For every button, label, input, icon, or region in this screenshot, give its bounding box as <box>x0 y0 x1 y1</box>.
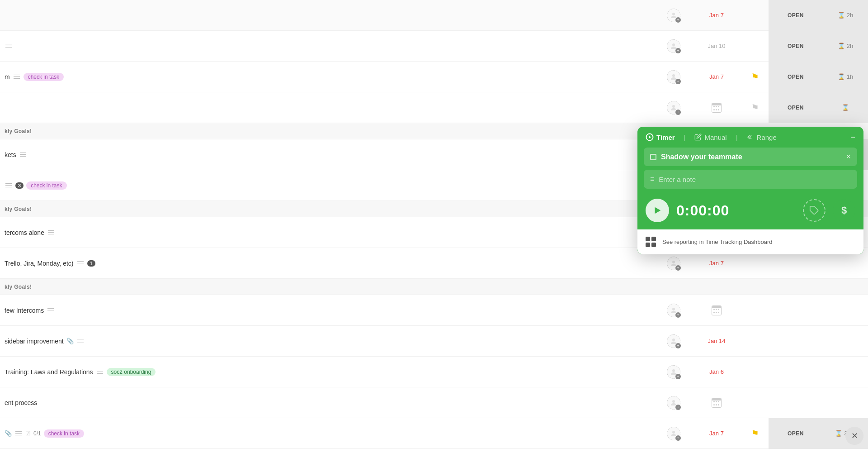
svg-point-12 <box>672 431 675 434</box>
col-date <box>692 398 741 408</box>
tag[interactable]: check in task <box>24 73 64 81</box>
dollar-icon: $ <box>841 205 847 216</box>
section-name: kly Goals! <box>5 206 32 212</box>
col-assignee: + <box>656 396 692 410</box>
time-value: 2h <box>847 12 853 19</box>
table-row: m check in task + Jan 7 ⚑ OPEN ⌛ 1h <box>0 62 868 92</box>
col-date: Jan 14 <box>692 338 741 344</box>
add-assignee-icon[interactable]: + <box>675 265 681 271</box>
col-time: ⌛ <box>823 92 868 123</box>
add-assignee-icon[interactable]: + <box>675 79 681 84</box>
avatar[interactable]: + <box>667 70 680 84</box>
attachment-icon: 📎 <box>66 338 74 344</box>
col-status <box>769 295 823 326</box>
task-checkbox-icon[interactable] <box>650 154 656 160</box>
add-assignee-icon[interactable]: + <box>675 17 681 23</box>
avatar[interactable]: + <box>667 365 680 379</box>
close-task-button[interactable]: × <box>846 152 851 162</box>
col-assignee: + <box>656 427 692 440</box>
avatar[interactable]: + <box>667 9 680 22</box>
tag[interactable]: check in task <box>44 429 84 438</box>
add-assignee-icon[interactable]: + <box>675 435 681 441</box>
col-assignee: + <box>656 9 692 22</box>
minimize-button[interactable]: − <box>850 133 855 141</box>
col-assignee: + <box>656 257 692 270</box>
range-tab-label: Range <box>757 134 777 141</box>
section-name: kly Goals! <box>5 284 32 290</box>
col-date: Jan 7 <box>692 73 741 80</box>
close-x-button[interactable]: ✕ <box>845 427 863 445</box>
hourglass-icon: ⌛ <box>838 43 845 49</box>
col-assignee: + <box>656 304 692 317</box>
timer-tab-range[interactable]: Range <box>747 134 777 141</box>
hamburger-icon[interactable] <box>47 307 55 314</box>
tag-icon <box>809 205 819 215</box>
task-row-content: 📎 ☑ 0/1 check in task <box>5 429 656 438</box>
col-date: Jan 6 <box>692 368 741 375</box>
hourglass-icon: ⌛ <box>842 104 849 111</box>
hamburger-icon[interactable] <box>13 74 21 80</box>
hamburger-icon[interactable] <box>76 338 85 344</box>
add-assignee-icon[interactable]: + <box>675 374 681 379</box>
col-status: OPEN <box>769 0 823 31</box>
add-assignee-icon[interactable]: + <box>675 48 681 53</box>
task-row-content: Trello, Jira, Monday, etc) 1 <box>5 260 656 267</box>
timer-dashboard[interactable]: See reporting in Time Tracking Dashboard <box>637 229 863 254</box>
checkbox-icon[interactable]: ☑ <box>25 430 31 437</box>
add-assignee-icon[interactable]: + <box>675 312 681 318</box>
avatar[interactable]: + <box>667 257 680 270</box>
timer-tab-timer[interactable]: Timer <box>646 133 675 141</box>
timer-tag-button[interactable] <box>803 199 826 222</box>
note-icon: ≡ <box>650 175 654 183</box>
task-cols: + Jan 7 OPEN ⌛ 2h <box>656 0 868 31</box>
avatar[interactable]: + <box>667 334 680 348</box>
timer-billing-button[interactable]: $ <box>833 199 855 222</box>
table-row: Training: Laws and Regulations soc2 onbo… <box>0 357 868 387</box>
range-icon <box>747 134 754 141</box>
status-label: OPEN <box>788 105 804 111</box>
avatar[interactable]: + <box>667 396 680 410</box>
timer-controls: 0:00:00 $ <box>637 194 863 229</box>
avatar[interactable]: + <box>667 304 680 317</box>
timer-note-row[interactable]: ≡ Enter a note <box>644 170 857 189</box>
avatar[interactable]: + <box>667 101 680 114</box>
svg-point-8 <box>672 308 675 310</box>
timer-tab-label: Timer <box>656 134 675 141</box>
col-date: Jan 10 <box>692 43 741 49</box>
svg-point-2 <box>672 74 675 77</box>
flag-icon: ⚑ <box>751 428 759 439</box>
col-time: ⌛ 1h <box>823 62 868 92</box>
svg-point-9 <box>672 339 675 341</box>
add-assignee-icon[interactable]: + <box>675 343 681 348</box>
col-date <box>692 305 741 315</box>
tag[interactable]: check in task <box>26 181 66 190</box>
hamburger-icon[interactable] <box>96 369 104 375</box>
timer-play-icon <box>646 133 654 141</box>
table-row: + ⚑ OPEN ⌛ <box>0 92 868 123</box>
time-value: 2h <box>847 43 853 49</box>
hamburger-icon[interactable] <box>19 152 27 158</box>
table-row: + Jan 10 OPEN ⌛ 2h <box>0 31 868 62</box>
col-date: Jan 7 <box>692 260 741 267</box>
task-cols: + <box>656 387 868 418</box>
col-time <box>823 387 868 418</box>
add-assignee-icon[interactable]: + <box>675 110 681 115</box>
col-flag: ⚑ <box>741 428 769 439</box>
hamburger-icon[interactable] <box>14 430 23 437</box>
avatar[interactable]: + <box>667 427 680 440</box>
tag[interactable]: soc2 onboarding <box>107 368 156 376</box>
col-status <box>769 357 823 387</box>
svg-marker-15 <box>655 207 661 214</box>
hamburger-icon[interactable] <box>5 182 13 189</box>
timer-start-button[interactable] <box>646 199 669 222</box>
col-status <box>769 387 823 418</box>
hamburger-icon[interactable] <box>5 43 13 49</box>
table-row: + Jan 7 OPEN ⌛ 2h <box>0 0 868 31</box>
task-name: ent process <box>5 399 37 406</box>
avatar[interactable]: + <box>667 39 680 53</box>
flag-icon: ⚑ <box>751 72 759 82</box>
add-assignee-icon[interactable]: + <box>675 405 681 410</box>
timer-tab-manual[interactable]: Manual <box>694 134 726 141</box>
hamburger-icon[interactable] <box>47 229 55 236</box>
hamburger-icon[interactable] <box>76 260 85 267</box>
